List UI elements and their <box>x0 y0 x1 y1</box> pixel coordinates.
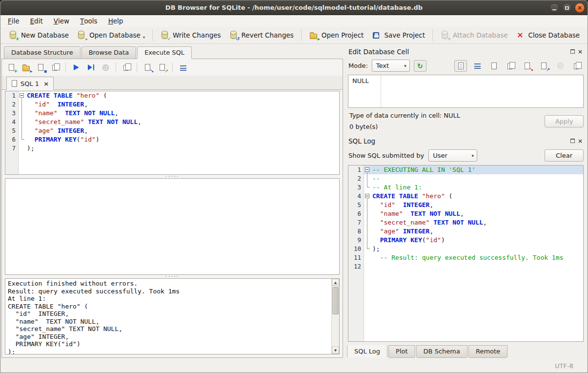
export-sql-button[interactable]: ↗ <box>156 62 168 73</box>
revert-changes-button[interactable]: ↺Revert Changes <box>225 29 298 41</box>
minimize-button[interactable] <box>549 3 559 13</box>
code-line[interactable]: PRIMARY KEY("id") <box>364 236 583 245</box>
code-line[interactable]: "name" TEXT NOT NULL, <box>19 109 339 118</box>
code-line[interactable]: ); <box>19 144 339 153</box>
tab-sql-log[interactable]: SQL Log <box>347 345 387 358</box>
sql-log-view[interactable]: 123456789101112 -- EXECUTING ALL IN 'SQL… <box>348 165 584 342</box>
format-sql-button[interactable] <box>177 62 189 73</box>
scroll-up-icon[interactable]: ▲ <box>332 279 339 286</box>
menu-edit[interactable]: Edit <box>25 15 48 27</box>
toolbar-separator <box>65 62 66 72</box>
export-results-button[interactable] <box>120 62 133 73</box>
menu-tools[interactable]: Tools <box>75 15 103 27</box>
print-cell-button[interactable] <box>570 60 583 72</box>
close-panel-icon[interactable]: × <box>578 49 583 55</box>
tab-browse-data[interactable]: Browse Data <box>81 46 137 59</box>
tab-db-schema[interactable]: DB Schema <box>416 345 467 358</box>
revert-changes-button-label: Revert Changes <box>242 31 294 39</box>
code-line[interactable]: "age" INTEGER, <box>19 126 339 135</box>
float-panel-icon[interactable] <box>570 49 575 54</box>
code-line[interactable]: -- EXECUTING ALL IN 'SQL 1' <box>364 166 583 174</box>
fold-marker-icon <box>19 118 26 126</box>
open-database-button-label: Open Database <box>89 31 141 39</box>
save-project-icon <box>371 31 381 40</box>
execute-all-button[interactable] <box>70 62 82 73</box>
code-line[interactable]: "secret_name" TEXT NOT NULL, <box>364 218 583 227</box>
title-bar[interactable]: DB Browser for SQLite - /home/user/code/… <box>0 0 588 15</box>
fold-marker-icon[interactable] <box>19 91 26 100</box>
auto-mode-button[interactable]: ↻ <box>414 60 426 72</box>
open-sql-file-button[interactable]: ▸ <box>20 62 32 73</box>
code-line[interactable]: "name" TEXT NOT NULL, <box>364 209 583 218</box>
menu-help[interactable]: Help <box>103 15 129 27</box>
scroll-down-icon[interactable]: ▼ <box>332 347 339 354</box>
code-line[interactable]: "id" INTEGER, <box>19 100 339 109</box>
code-line[interactable]: PRIMARY KEY("id") <box>19 135 339 144</box>
tab-sql-1[interactable]: SQL 1 × <box>6 77 54 90</box>
export-cell-button[interactable]: ↗ <box>537 60 550 72</box>
float-panel-icon[interactable] <box>570 139 575 143</box>
code-line[interactable]: -- <box>364 174 583 183</box>
open-project-button[interactable]: ▸Open Project <box>305 29 368 41</box>
code-line[interactable]: CREATE TABLE "hero" ( <box>19 91 339 100</box>
code-line[interactable]: -- At line 1: <box>364 183 583 192</box>
open-database-button[interactable]: ▸Open Database▾ <box>73 29 149 41</box>
copy-cell-button[interactable] <box>504 60 517 72</box>
new-sql-tab-button[interactable]: + <box>5 62 18 73</box>
maximize-icon <box>565 6 569 10</box>
write-changes-button[interactable]: ✓Write Changes <box>156 29 225 41</box>
tab-execute-sql[interactable]: Execute SQL <box>137 46 192 59</box>
code-text: CREATE TABLE "hero" ( <box>26 91 339 100</box>
output-splitter[interactable]: ····· <box>2 275 343 278</box>
word-wrap-button[interactable] <box>471 60 484 72</box>
tab-remote[interactable]: Remote <box>468 345 507 358</box>
save-sql-file-button[interactable]: ▪ <box>34 62 47 73</box>
fold-marker-icon <box>19 144 26 153</box>
line-number: 11 <box>348 253 364 262</box>
cell-size-info: 0 byte(s) <box>349 123 460 130</box>
open-in-editor-button[interactable] <box>487 60 500 72</box>
submitter-select[interactable]: User ▾ <box>428 149 477 162</box>
minimize-icon <box>552 9 556 10</box>
code-line[interactable]: ); <box>364 245 583 253</box>
cell-editor-margin <box>381 75 381 107</box>
editor-splitter[interactable]: ····· <box>2 175 343 178</box>
import-cell-button[interactable]: ↘ <box>521 60 533 72</box>
open-database-icon: ▸ <box>77 31 86 40</box>
text-view-button[interactable] <box>454 60 467 72</box>
close-window-button[interactable]: × <box>575 3 585 13</box>
scroll-thumb[interactable] <box>332 287 339 314</box>
print-sql-button[interactable] <box>49 62 61 73</box>
execute-line-button[interactable] <box>84 62 97 73</box>
execute-all-icon <box>72 63 81 72</box>
fold-marker-icon[interactable] <box>364 166 371 174</box>
open-project-button-label: Open Project <box>322 31 364 39</box>
sql-editor[interactable]: 1234567 CREATE TABLE "hero" ( "id" INTEG… <box>5 91 340 175</box>
menu-file[interactable]: File <box>2 15 25 27</box>
new-database-button[interactable]: +New Database <box>4 29 73 41</box>
maximize-button[interactable] <box>562 3 572 13</box>
cell-editor[interactable]: NULL <box>348 75 584 108</box>
line-number: 3 <box>348 183 364 192</box>
menu-view[interactable]: View <box>48 15 75 27</box>
code-line[interactable]: "id" INTEGER, <box>364 201 583 209</box>
code-text: "secret_name" TEXT NOT NULL, <box>26 118 339 126</box>
code-line[interactable] <box>364 262 583 271</box>
fold-marker-icon[interactable] <box>364 192 371 201</box>
code-line[interactable]: "secret_name" TEXT NOT NULL, <box>19 118 339 126</box>
code-line[interactable]: -- Result: query executed successfully. … <box>364 253 583 262</box>
scroll-track[interactable] <box>332 286 339 347</box>
close-tab-icon[interactable]: × <box>43 81 49 87</box>
save-project-button[interactable]: Save Project <box>367 29 429 41</box>
import-sql-button[interactable]: ↘ <box>141 62 154 73</box>
code-line[interactable]: CREATE TABLE "hero" ( <box>364 192 583 201</box>
mode-select[interactable]: Text ▾ <box>372 60 410 72</box>
tab-database-structure[interactable]: Database Structure <box>4 46 81 59</box>
close-panel-icon[interactable]: × <box>578 138 583 144</box>
output-scrollbar[interactable]: ▲ ▼ <box>331 279 339 354</box>
tab-plot[interactable]: Plot <box>388 345 415 358</box>
open-sql-icon: ▸ <box>21 63 31 72</box>
code-line[interactable]: "age" INTEGER, <box>364 227 583 236</box>
clear-button[interactable]: Clear <box>545 149 584 162</box>
close-database-button[interactable]: ×Close Database <box>512 29 584 41</box>
